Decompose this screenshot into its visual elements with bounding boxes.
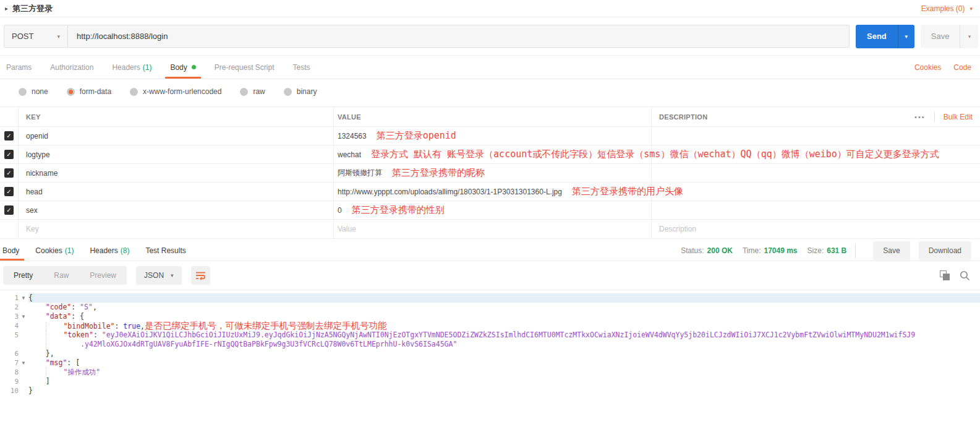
tab-headers[interactable]: Headers(1) <box>112 56 151 79</box>
wrap-lines-button[interactable] <box>191 266 210 285</box>
body-type-none[interactable]: none <box>19 87 48 96</box>
response-tab-cookies[interactable]: Cookies(1) <box>35 240 74 261</box>
code-line: 4 "bindMobile": true,是否已绑定手机号，可做未绑定手机号强制… <box>0 321 980 330</box>
send-label[interactable]: Send <box>856 25 898 48</box>
value-placeholder[interactable]: Value <box>338 225 356 233</box>
url-input[interactable] <box>68 25 850 48</box>
copy-response-icon[interactable] <box>940 270 950 280</box>
gutter: 2 <box>0 303 28 312</box>
examples-label: Examples (0) <box>921 4 965 13</box>
code-token: : <box>93 330 102 339</box>
body-type-options: noneform-datax-www-form-urlencodedrawbin… <box>0 79 980 104</box>
row-value-cell[interactable]: wechat登录方式 默认有 账号登录（account或不传此字段）短信登录（s… <box>334 145 652 163</box>
code-token: "msg" <box>46 358 67 367</box>
row-key-cell[interactable]: head <box>19 183 334 201</box>
param-value: 1324563 <box>338 132 367 140</box>
checkbox-checked-icon[interactable]: ✓ <box>4 168 14 178</box>
radio-icon[interactable] <box>284 88 292 96</box>
send-button[interactable]: Send ▾ <box>856 25 914 48</box>
radio-label: none <box>32 87 48 96</box>
value-column-header: VALUE <box>338 113 361 121</box>
row-description-cell[interactable] <box>652 183 980 201</box>
response-tab-body[interactable]: Body <box>2 240 19 261</box>
response-tab-headers[interactable]: Headers(8) <box>90 240 129 261</box>
code-content: "bindMobile": true,是否已绑定手机号，可做未绑定手机号强制去绑… <box>28 321 980 330</box>
response-header: BodyCookies(1)Headers(8)Test Results Sta… <box>0 240 980 261</box>
checkbox-checked-icon[interactable]: ✓ <box>4 187 14 196</box>
checkbox-checked-icon[interactable]: ✓ <box>4 131 14 140</box>
code-token <box>46 368 64 376</box>
code-token <box>28 377 46 386</box>
row-key-cell[interactable]: logtype <box>19 145 334 163</box>
table-row: ✓openid1324563第三方登录openid <box>0 127 980 145</box>
tab-label: Body <box>170 63 187 72</box>
row-value-cell[interactable]: http://www.ypppt.com/uploads/allimg/1803… <box>334 183 652 201</box>
bulk-edit-link[interactable]: Bulk Edit <box>944 113 973 121</box>
response-body-code[interactable]: 1▼{2 "code": "S",3▼ "data": {4 "bindMobi… <box>0 290 980 395</box>
tab-params[interactable]: Params <box>6 56 32 79</box>
response-toolbar: PrettyRawPreview JSON ▾ <box>0 261 980 290</box>
code-line: 1▼{ <box>0 293 980 303</box>
view-tab-pretty[interactable]: Pretty <box>3 266 43 285</box>
checkbox-checked-icon[interactable]: ✓ <box>4 205 14 215</box>
code-token: "eyJ0eXAiOiJKV1QiLCJhbGciOiJIUzUxMiJ9.ey… <box>102 330 915 339</box>
code-link[interactable]: Code <box>953 63 971 72</box>
code-token: "S" <box>80 303 93 311</box>
row-value-cell[interactable]: 0第三方登录携带的性别 <box>334 201 652 219</box>
row-key-cell[interactable]: nickname <box>19 164 334 182</box>
fold-arrow-icon[interactable]: ▼ <box>19 293 28 303</box>
row-description-cell[interactable] <box>652 127 980 145</box>
radio-icon[interactable] <box>67 88 75 96</box>
format-value: JSON <box>144 271 164 280</box>
examples-dropdown[interactable]: Examples (0) ▾ <box>921 4 973 13</box>
row-key-cell[interactable]: openid <box>19 127 334 145</box>
line-number: 8 <box>0 368 19 377</box>
tab-body[interactable]: Body <box>170 56 195 79</box>
save-caret-icon[interactable]: ▾ <box>960 25 978 48</box>
format-select[interactable]: JSON ▾ <box>136 266 182 285</box>
code-content: "操作成功" <box>28 368 980 377</box>
description-placeholder[interactable]: Description <box>659 225 696 233</box>
tab-authorization[interactable]: Authorization <box>50 56 93 79</box>
gutter: 3▼ <box>0 312 28 321</box>
send-caret-icon[interactable]: ▾ <box>898 25 914 48</box>
radio-icon[interactable] <box>19 88 27 96</box>
size-value: 631 B <box>827 246 846 255</box>
code-line: 3▼ "data": { <box>0 312 980 321</box>
tab-tests[interactable]: Tests <box>292 56 310 79</box>
body-type-binary[interactable]: binary <box>284 87 317 96</box>
row-value-cell[interactable]: 阿斯顿撒打算第三方登录携带的昵称 <box>334 164 652 182</box>
fold-arrow-icon[interactable]: ▼ <box>19 358 28 368</box>
param-key: nickname <box>26 169 58 178</box>
response-tab-test-results[interactable]: Test Results <box>145 240 185 261</box>
search-response-icon[interactable] <box>960 270 970 281</box>
code-line: 7▼ "msg": [ <box>0 358 980 368</box>
row-description-cell[interactable] <box>652 164 980 182</box>
cookies-link[interactable]: Cookies <box>914 63 941 72</box>
row-description-cell[interactable] <box>652 201 980 219</box>
code-content: "token": "eyJ0eXAiOiJKV1QiLCJhbGciOiJIUz… <box>28 330 980 340</box>
annotation-text: 登录方式 默认有 账号登录（account或不传此字段）短信登录（sms）微信（… <box>371 149 939 160</box>
gutter: 8 <box>0 368 28 377</box>
checkbox-checked-icon[interactable]: ✓ <box>4 150 14 159</box>
radio-icon[interactable] <box>240 88 248 96</box>
body-type-form-data[interactable]: form-data <box>67 87 111 96</box>
collapse-arrow-icon[interactable]: ▸ <box>5 5 8 12</box>
save-button[interactable]: Save <box>921 25 960 48</box>
view-tab-preview[interactable]: Preview <box>79 266 127 285</box>
body-type-raw[interactable]: raw <box>240 87 265 96</box>
more-options-icon[interactable]: ••• <box>914 113 926 121</box>
download-button[interactable]: Download <box>919 241 971 260</box>
row-value-cell[interactable]: 1324563第三方登录openid <box>334 127 652 145</box>
response-save-button[interactable]: Save <box>873 241 910 260</box>
radio-icon[interactable] <box>130 88 138 96</box>
body-type-x-www-form-urlencoded[interactable]: x-www-form-urlencoded <box>130 87 221 96</box>
code-line: .y42MloXGJOx4dRTgUAV8FyuAbfIFE-rNIgQQtBa… <box>0 340 980 349</box>
tab-pre-request-script[interactable]: Pre-request Script <box>215 56 275 79</box>
row-key-cell[interactable]: sex <box>19 201 334 219</box>
view-tab-raw[interactable]: Raw <box>43 266 79 285</box>
method-select[interactable]: POST ▾ <box>4 25 68 48</box>
key-placeholder[interactable]: Key <box>26 225 39 233</box>
new-param-row: Key Value Description <box>0 220 980 239</box>
fold-arrow-icon[interactable]: ▼ <box>19 312 28 321</box>
